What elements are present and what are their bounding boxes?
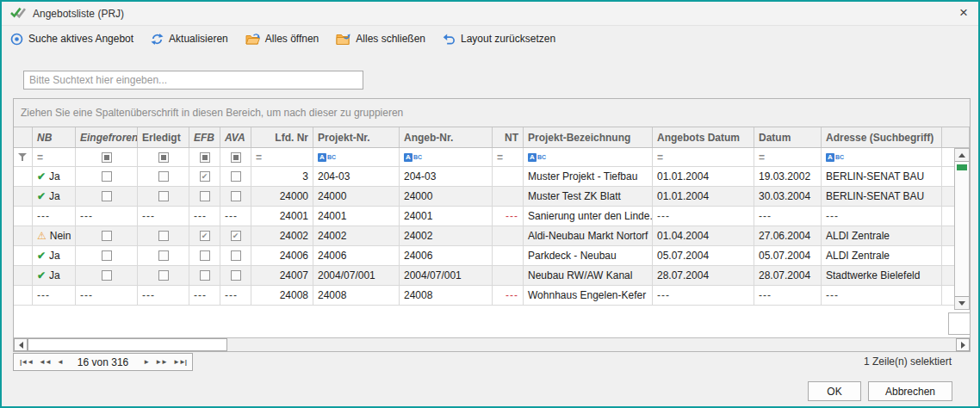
checkbox-unchecked[interactable] xyxy=(231,270,241,281)
scroll-right-button[interactable] xyxy=(956,338,970,351)
horizontal-scroll-thumb[interactable] xyxy=(28,338,227,351)
scroll-left-button[interactable] xyxy=(14,338,28,351)
filter-cell-datum[interactable]: = xyxy=(754,148,822,166)
nav-next-button[interactable]: ► xyxy=(143,358,149,366)
checkbox-unchecked[interactable] xyxy=(158,191,169,201)
column-header-efb[interactable]: EFB xyxy=(189,127,220,147)
table-row[interactable]: ✔Ja240072004/07/0012004/07/001Neubau RW/… xyxy=(14,266,970,286)
checkbox-unchecked[interactable] xyxy=(158,231,169,241)
filter-cell-lfd[interactable]: = xyxy=(251,148,313,166)
checkbox-unchecked[interactable] xyxy=(102,171,112,182)
refresh-button[interactable]: Aktualisieren xyxy=(151,33,228,46)
filter-funnel-icon[interactable] xyxy=(18,152,28,162)
table-row[interactable]: ✔Ja240062400624006Parkdeck - Neubau05.07… xyxy=(14,246,970,266)
filter-checkbox[interactable] xyxy=(102,152,112,163)
filter-cell-erledigt[interactable] xyxy=(138,148,189,166)
checkbox-checked[interactable] xyxy=(231,231,241,241)
filter-cell-angeb-nr[interactable]: ABC xyxy=(400,148,493,166)
filter-cell-nt[interactable]: = xyxy=(493,148,524,166)
search-active-offer-button[interactable]: Suche aktives Angebot xyxy=(10,33,133,46)
filter-cell-nb[interactable]: = xyxy=(33,148,76,166)
table-row[interactable]: ✔Ja3204-03204-03Muster Projekt - Tiefbau… xyxy=(14,167,970,187)
grid-rows: ✔Ja3204-03204-03Muster Projekt - Tiefbau… xyxy=(14,167,970,306)
filter-cell-bezeichnung[interactable]: ABC xyxy=(524,148,653,166)
checkbox-unchecked[interactable] xyxy=(102,191,112,201)
cell-projekt-nr: 24006 xyxy=(313,246,400,265)
filter-cell-adresse[interactable]: ABC xyxy=(822,148,942,166)
abc-filter-icon[interactable]: ABC xyxy=(826,153,844,162)
filter-cell-indicator[interactable] xyxy=(14,148,33,166)
filter-cell-eingefroren[interactable] xyxy=(76,148,138,166)
nav-last-button[interactable]: ►►| xyxy=(173,358,186,366)
filter-checkbox[interactable] xyxy=(231,152,241,163)
ok-button[interactable]: OK xyxy=(808,381,861,401)
table-row[interactable]: ---------------240082400824008---Wohnhau… xyxy=(14,286,970,306)
collapse-all-button[interactable]: Alles schließen xyxy=(336,33,425,45)
nav-prev-page-button[interactable]: ◄◄ xyxy=(39,358,51,366)
equals-filter-icon: = xyxy=(256,151,262,164)
column-header-nt[interactable]: NT xyxy=(493,127,524,147)
scroll-up-button[interactable] xyxy=(955,149,969,162)
column-header-bezeichnung[interactable]: Projekt-Bezeichnung xyxy=(524,127,653,147)
abc-filter-icon[interactable]: ABC xyxy=(404,153,422,162)
filter-checkbox[interactable] xyxy=(200,152,210,163)
nav-next-page-button[interactable]: ►► xyxy=(155,358,167,366)
column-header-angeb-nr[interactable]: Angeb-Nr. xyxy=(400,127,493,147)
group-by-panel[interactable]: Ziehen Sie eine Spaltenüberschrift in di… xyxy=(14,99,970,127)
horizontal-scrollbar[interactable] xyxy=(14,337,970,351)
cancel-button[interactable]: Abbrechen xyxy=(868,381,952,401)
column-header-nb[interactable]: NB xyxy=(33,127,76,147)
filter-cell-efb[interactable] xyxy=(189,148,220,166)
checkbox-unchecked[interactable] xyxy=(102,231,112,241)
scroll-down-button[interactable] xyxy=(955,296,969,309)
checkbox-unchecked[interactable] xyxy=(200,250,210,261)
checkbox-unchecked[interactable] xyxy=(200,191,210,201)
table-row[interactable]: ✔Ja240002400024000Muster Test ZK Blatt01… xyxy=(14,187,970,207)
warning-icon: ⚠ xyxy=(37,231,47,241)
filter-cell-angebots-datum[interactable]: = xyxy=(653,148,754,166)
filter-cell-projekt-nr[interactable]: ABC xyxy=(313,148,400,166)
column-header-lfd[interactable]: Lfd. Nr xyxy=(251,127,313,147)
checkbox-unchecked[interactable] xyxy=(158,171,169,182)
close-icon[interactable] xyxy=(959,4,968,22)
checkbox-unchecked[interactable] xyxy=(231,250,241,261)
nav-right-buttons: ►►►►►| xyxy=(143,358,186,366)
column-header-eingefroren[interactable]: Eingefroren xyxy=(76,127,138,147)
checkbox-unchecked[interactable] xyxy=(231,191,241,201)
reset-layout-button[interactable]: Layout zurücksetzen xyxy=(443,33,555,46)
expand-all-button[interactable]: Alles öffnen xyxy=(245,33,319,45)
search-input[interactable] xyxy=(23,71,363,90)
empty-value-dashes: --- xyxy=(142,210,155,222)
vertical-scroll-thumb[interactable] xyxy=(957,164,967,170)
checkbox-unchecked[interactable] xyxy=(158,250,169,261)
cell-nb: ✔Ja xyxy=(33,187,76,206)
column-header-angebots-datum[interactable]: Angebots Datum xyxy=(653,127,754,147)
undo-icon xyxy=(443,33,456,46)
check-icon: ✔ xyxy=(37,171,46,182)
window-title: Angebotsliste (PRJ) xyxy=(33,8,124,20)
vertical-scroll-track[interactable] xyxy=(955,173,969,296)
filter-checkbox[interactable] xyxy=(158,152,169,163)
nav-first-button[interactable]: |◄◄ xyxy=(20,358,33,366)
table-row[interactable]: ⚠Nein240022400224002Aldi-Neubau Markt No… xyxy=(14,226,970,246)
cell-adresse: ALDI Zentrale xyxy=(822,226,942,245)
checkbox-unchecked[interactable] xyxy=(102,250,112,261)
abc-filter-icon[interactable]: ABC xyxy=(318,153,336,162)
cell-ava: --- xyxy=(220,207,251,226)
column-header-datum[interactable]: Datum xyxy=(754,127,822,147)
column-header-projekt-nr[interactable]: Projekt-Nr. xyxy=(313,127,400,147)
checkbox-checked[interactable] xyxy=(200,231,210,241)
table-row[interactable]: ---------------240012400124001---Sanieru… xyxy=(14,207,970,226)
checkbox-unchecked[interactable] xyxy=(200,270,210,281)
column-header-adresse[interactable]: Adresse (Suchbegriff) xyxy=(822,127,942,147)
abc-filter-icon[interactable]: ABC xyxy=(528,153,546,162)
checkbox-unchecked[interactable] xyxy=(102,270,112,281)
filter-cell-ava[interactable] xyxy=(220,148,251,166)
checkbox-checked[interactable] xyxy=(200,171,210,182)
nav-prev-button[interactable]: ◄ xyxy=(57,358,63,366)
vertical-scrollbar[interactable] xyxy=(954,148,970,310)
column-header-ava[interactable]: AVA xyxy=(220,127,251,147)
checkbox-unchecked[interactable] xyxy=(158,270,169,281)
column-header-erledigt[interactable]: Erledigt xyxy=(138,127,189,147)
checkbox-unchecked[interactable] xyxy=(231,171,241,182)
